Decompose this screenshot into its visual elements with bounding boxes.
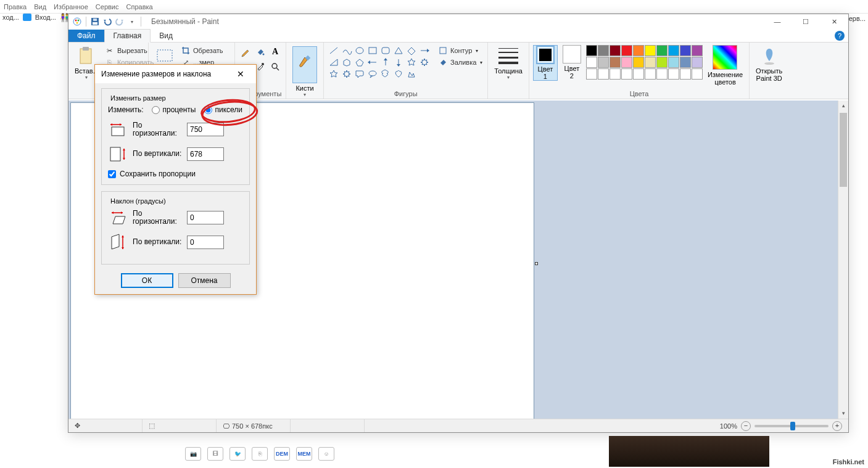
pencil-tool[interactable]	[239, 45, 252, 59]
palette-swatch[interactable]	[656, 57, 668, 68]
resize-vertical-label: По вертикали:	[133, 150, 182, 158]
palette-swatch[interactable]	[586, 57, 597, 68]
palette-swatch[interactable]	[680, 45, 691, 56]
undo-icon[interactable]	[102, 17, 112, 27]
palette-swatch[interactable]	[633, 68, 644, 80]
minimize-button[interactable]: —	[763, 14, 792, 29]
copy-icon[interactable]: ⎘	[252, 447, 268, 461]
palette-swatch[interactable]	[645, 45, 656, 56]
svg-marker-29	[343, 70, 350, 78]
color1-button[interactable]: Цвет 1	[533, 45, 558, 81]
percent-radio[interactable]: проценты	[152, 105, 196, 114]
resize-handle-right[interactable]	[535, 262, 538, 265]
tab-bar: Файл Главная Вид ?	[68, 29, 848, 43]
skew-horizontal-icon	[108, 208, 128, 227]
mem-icon[interactable]: MEM	[296, 447, 312, 461]
tab-file[interactable]: Файл	[68, 30, 104, 42]
zoom-out-button[interactable]: −	[741, 421, 751, 431]
palette-swatch[interactable]	[656, 68, 668, 80]
ok-button[interactable]: ОК	[121, 273, 173, 288]
zoom-label: 100%	[720, 422, 737, 430]
resize-vertical-input[interactable]	[187, 147, 224, 161]
palette-swatch[interactable]	[645, 68, 656, 80]
svg-point-13	[272, 64, 277, 68]
tab-view[interactable]: Вид	[151, 30, 181, 42]
save-icon[interactable]	[90, 17, 100, 27]
palette-swatch[interactable]	[668, 57, 679, 68]
crop-button[interactable]: Обрезать	[180, 45, 225, 56]
svg-rect-31	[440, 47, 446, 54]
film-icon[interactable]: 🎞	[207, 447, 223, 461]
svg-rect-5	[93, 22, 97, 25]
redo-icon[interactable]	[115, 17, 125, 27]
camera-icon[interactable]: 📷	[185, 447, 201, 461]
palette-swatch[interactable]	[586, 68, 597, 80]
svg-rect-8	[83, 47, 89, 51]
shape-gallery[interactable]	[328, 45, 431, 89]
resize-skew-dialog: Изменение размеров и наклона ✕ Изменить …	[94, 64, 257, 295]
palette-swatch[interactable]	[668, 45, 679, 56]
pixels-radio[interactable]: пиксели	[204, 105, 242, 114]
qat-dropdown-icon[interactable]: ▾	[127, 17, 137, 27]
palette-swatch[interactable]	[645, 57, 656, 68]
maximize-button[interactable]: ☐	[792, 14, 820, 29]
close-button[interactable]: ✕	[820, 14, 848, 29]
palette-swatch[interactable]	[692, 45, 703, 56]
emoji-icon[interactable]: ☺	[318, 447, 334, 461]
magnifier-tool[interactable]	[268, 60, 282, 73]
selection-icon: ⬚	[149, 422, 155, 430]
palette-swatch[interactable]	[598, 68, 609, 80]
dem-icon[interactable]: DEM	[274, 447, 290, 461]
share-icon[interactable]: 🐦	[229, 447, 246, 461]
palette-swatch[interactable]	[656, 45, 668, 56]
svg-line-16	[330, 47, 337, 54]
palette-swatch[interactable]	[680, 68, 691, 80]
palette-swatch[interactable]	[586, 45, 597, 56]
titlebar: ▾ Безымянный - Paint — ☐ ✕	[68, 14, 848, 29]
cancel-button[interactable]: Отмена	[178, 273, 231, 288]
palette-swatch[interactable]	[598, 45, 609, 56]
fill-tool[interactable]	[254, 45, 267, 59]
edit-colors-button[interactable]: Изменение цветов	[705, 45, 745, 86]
palette-swatch[interactable]	[680, 57, 691, 68]
open-paint3d-button[interactable]: Открыть Paint 3D	[753, 45, 785, 97]
keep-aspect-label: Сохранить пропорции	[120, 170, 196, 178]
shape-fill-button[interactable]: Заливка▾	[437, 57, 484, 68]
palette-swatch[interactable]	[633, 45, 644, 56]
palette-swatch[interactable]	[668, 68, 679, 80]
palette-swatch[interactable]	[610, 68, 621, 80]
palette-swatch[interactable]	[633, 57, 644, 68]
palette-swatch[interactable]	[621, 45, 632, 56]
cut-button[interactable]: ✂Вырезать	[104, 45, 155, 56]
palette-swatch[interactable]	[610, 45, 621, 56]
tab-home[interactable]: Главная	[104, 29, 151, 43]
text-tool[interactable]: A	[268, 45, 282, 59]
palette-swatch[interactable]	[621, 57, 632, 68]
thickness-button[interactable]: Толщина ▾	[492, 45, 525, 97]
color2-button[interactable]: Цвет 2	[560, 45, 584, 80]
resize-horizontal-input[interactable]	[187, 123, 224, 136]
skew-vertical-icon	[108, 233, 128, 252]
palette-swatch[interactable]	[610, 57, 621, 68]
svg-point-1	[75, 20, 77, 22]
dialog-close-button[interactable]: ✕	[231, 69, 250, 79]
zoom-in-button[interactable]: +	[832, 421, 842, 431]
zoom-slider[interactable]	[754, 425, 829, 427]
dimensions-icon: 🖵	[223, 422, 229, 430]
help-icon[interactable]: ?	[835, 31, 845, 41]
vertical-scrollbar[interactable]: ▴ ▾	[838, 101, 848, 419]
color-palette[interactable]	[586, 45, 703, 80]
palette-swatch[interactable]	[621, 68, 632, 80]
palette-swatch[interactable]	[692, 57, 703, 68]
palette-swatch[interactable]	[692, 68, 703, 80]
skew-horizontal-input[interactable]	[187, 211, 224, 224]
shape-outline-button[interactable]: Контур▾	[437, 45, 484, 56]
skew-vertical-input[interactable]	[187, 236, 224, 249]
keep-aspect-checkbox[interactable]	[108, 170, 116, 178]
palette-swatch[interactable]	[598, 57, 609, 68]
svg-marker-22	[356, 59, 363, 66]
svg-point-17	[356, 47, 363, 54]
svg-marker-39	[112, 234, 119, 249]
dialog-title: Изменение размеров и наклона	[101, 70, 211, 78]
brush-button[interactable]: Кисти ▾	[290, 45, 320, 99]
